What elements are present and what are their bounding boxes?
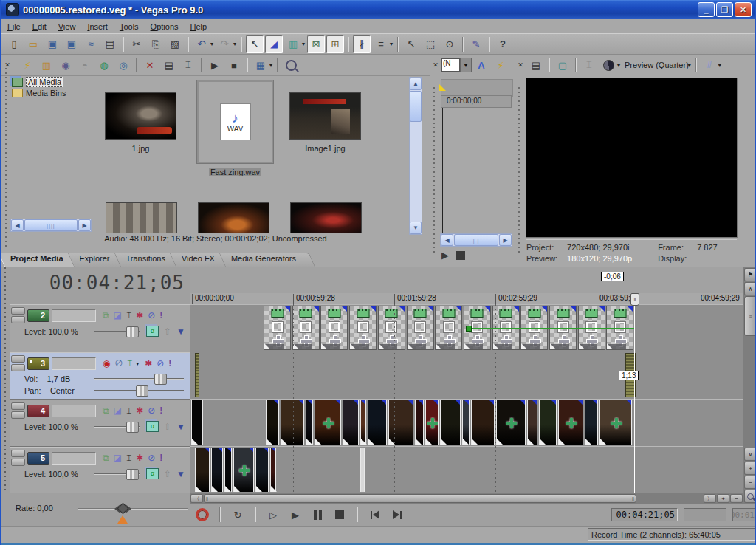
marker-tool-icon[interactable]: ⚑: [744, 268, 756, 281]
scrollbar-thumb[interactable]: ≡: [744, 296, 756, 336]
normal-edit-cursor-icon[interactable]: ↖: [402, 35, 420, 53]
track-fx-icon[interactable]: ✱: [136, 311, 143, 320]
bypass-motion-blur-icon[interactable]: ⧉: [103, 311, 109, 320]
close-panel-icon[interactable]: ✕: [430, 56, 441, 74]
video-event[interactable]: [233, 448, 254, 492]
panel-grip[interactable]: [1, 65, 10, 250]
track-fx-icon[interactable]: ✱: [136, 453, 143, 462]
video-event[interactable]: [415, 400, 424, 445]
record-button[interactable]: [194, 507, 210, 522]
video-event[interactable]: [343, 400, 359, 445]
scroll-right-icon[interactable]: 〉: [704, 494, 716, 503]
video-event[interactable]: [558, 400, 583, 445]
selection-end-field[interactable]: [684, 508, 726, 521]
trimmer-scrollbar[interactable]: ◀ | | ▶: [440, 233, 512, 247]
remove-media-icon[interactable]: ✕: [141, 56, 159, 74]
media-item-fast-zing-wav[interactable]: WAV Fast zing.wav: [197, 80, 273, 176]
trimmer-media-combo[interactable]: (N ▼: [441, 58, 472, 72]
stop-preview-icon[interactable]: ■: [225, 56, 243, 74]
make-compositing-parent-icon[interactable]: ⇧: [164, 469, 171, 479]
chevron-down-icon[interactable]: ▾: [617, 62, 620, 69]
solo-icon[interactable]: !: [159, 406, 162, 415]
get-media-from-cd-icon[interactable]: ◍: [95, 56, 113, 74]
copy-icon[interactable]: ⎘: [147, 35, 165, 53]
trimmer-play-icon[interactable]: ▶: [441, 250, 449, 261]
zoom-in-track-height-icon[interactable]: +: [744, 462, 756, 475]
scroll-down-icon[interactable]: ▼: [410, 222, 422, 234]
auto-preview-icon[interactable]: ⚡: [492, 56, 509, 74]
video-event[interactable]: [599, 400, 632, 445]
compositing-mode-icon[interactable]: α: [146, 326, 159, 337]
insert-effect-icon[interactable]: ⌶: [126, 311, 131, 320]
scrollbar-thumb[interactable]: | |: [454, 234, 498, 246]
lock-envelopes-icon[interactable]: ⊠: [307, 35, 325, 53]
panel-grip[interactable]: [515, 84, 523, 254]
volume-slider[interactable]: [94, 374, 184, 383]
track-motion-icon[interactable]: ◪: [114, 453, 122, 462]
media-search-icon[interactable]: [282, 56, 300, 74]
video-event[interactable]: [539, 400, 557, 445]
bypass-motion-blur-icon[interactable]: ⧉: [103, 453, 109, 462]
video-event[interactable]: [306, 400, 313, 445]
tab-project-media[interactable]: Project Media: [1, 253, 80, 267]
menu-edit[interactable]: Edit: [27, 21, 52, 32]
zoom-out-time-icon[interactable]: −: [730, 494, 743, 503]
track-name-field[interactable]: [52, 309, 96, 322]
menu-view[interactable]: View: [52, 21, 82, 32]
pan-slider[interactable]: [94, 385, 184, 395]
timeline-grip[interactable]: [1, 267, 10, 493]
level-slider[interactable]: [94, 326, 140, 336]
compositing-child-icon[interactable]: ▼: [176, 326, 185, 337]
playhead-handle[interactable]: ‖: [630, 293, 639, 306]
menu-file[interactable]: File: [1, 21, 27, 32]
pause-button[interactable]: [309, 507, 326, 522]
cursor-position-field[interactable]: 00:04:21;05: [611, 508, 678, 521]
play-from-start-button[interactable]: ▷: [265, 507, 281, 522]
track-name-field[interactable]: [52, 357, 96, 370]
track-5-lane[interactable]: [190, 446, 743, 493]
media-thumbnail-partial[interactable]: [106, 202, 177, 233]
video-event[interactable]: [270, 448, 276, 492]
media-vertical-scrollbar[interactable]: ▲ ▼: [409, 77, 422, 235]
scroll-left-icon[interactable]: ◀: [441, 234, 453, 246]
cursor-time-display[interactable]: 00:04:21;05: [16, 272, 185, 294]
solo-icon[interactable]: !: [159, 453, 162, 462]
cut-icon[interactable]: ✂: [128, 35, 145, 53]
time-ruler[interactable]: 00:00:00;0000:00:59;2800:01:59;2800:02:5…: [190, 293, 743, 305]
video-event[interactable]: [471, 400, 495, 445]
publish-project-icon[interactable]: ≈: [82, 35, 100, 53]
track-number[interactable]: 5: [27, 452, 49, 465]
compositing-child-icon[interactable]: ▼: [176, 422, 185, 432]
track-number[interactable]: 2: [27, 309, 49, 322]
audio-event[interactable]: [195, 353, 199, 397]
arm-for-record-icon[interactable]: ◉: [103, 359, 110, 368]
track-fx-icon[interactable]: ✱: [145, 359, 152, 368]
selection-edit-tool-icon-dropdown[interactable]: ▾: [302, 41, 305, 47]
mute-icon[interactable]: ⊘: [148, 453, 155, 462]
track-3-lane[interactable]: 1;13: [190, 352, 743, 400]
zoom-in-time-icon[interactable]: +: [717, 494, 729, 503]
track-number[interactable]: 3: [27, 357, 49, 370]
capture-video-icon[interactable]: ◉: [57, 56, 75, 74]
compositing-mode-icon[interactable]: α: [146, 421, 159, 432]
insert-effect-icon[interactable]: ⌶: [126, 453, 131, 462]
project-properties-icon[interactable]: ▤: [101, 35, 119, 53]
track-minimize-buttons[interactable]: [11, 355, 25, 371]
preview-quality-label[interactable]: Preview (Quarter): [625, 61, 689, 69]
whats-this-help-icon[interactable]: ?: [494, 35, 512, 53]
scroll-up-icon[interactable]: ▲: [410, 78, 422, 90]
scroll-left-icon[interactable]: 〈: [190, 494, 203, 503]
scroll-up-icon[interactable]: ∧: [744, 282, 756, 295]
external-monitor-icon[interactable]: ▢: [554, 56, 571, 74]
auto-preview-icon[interactable]: ⚡: [18, 56, 36, 74]
track-2-lane[interactable]: [190, 304, 743, 352]
track-fx-icon[interactable]: ✱: [136, 406, 143, 415]
video-event[interactable]: [462, 400, 470, 445]
trimmer-marker-icon[interactable]: [439, 84, 446, 91]
mute-icon[interactable]: ⊘: [157, 359, 164, 368]
generated-media-event[interactable]: [435, 306, 462, 350]
mute-icon[interactable]: ⊘: [148, 406, 155, 415]
paste-icon[interactable]: ▨: [166, 35, 184, 53]
close-panel-icon[interactable]: ✕: [515, 56, 526, 74]
generated-media-event[interactable]: [292, 306, 320, 350]
